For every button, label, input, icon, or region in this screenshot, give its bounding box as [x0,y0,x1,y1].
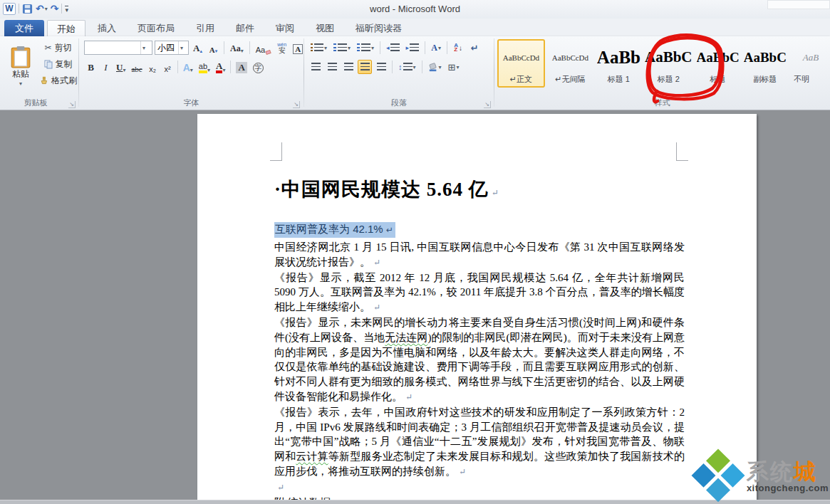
paragraph-group: ▾ ▾ ▾ ◂ ▸ A▾ AZ↓ ↵ ↕▾ ▾ ⊞▾ 段落 ↘ [304,36,494,110]
justify-button[interactable] [358,60,372,74]
italic-button[interactable]: I [99,60,113,74]
enclose-characters-button[interactable]: 字 [251,60,266,74]
font-dialog-launcher[interactable]: ↘ [293,101,300,108]
paragraph[interactable]: 中国经济网北京 1 月 15 日讯, 中国互联网信息中心今日发布《第 31 次中… [274,240,685,271]
character-border-button[interactable]: A [291,41,305,55]
paragraph[interactable]: 《报告》显示，截至 2012 年 12 月底，我国网民规模达 5.64 亿，全年… [274,271,685,315]
selected-text-line[interactable]: 互联网普及率为 42.1%↵ [274,222,685,240]
clipboard-dialog-launcher[interactable]: ↘ [68,101,76,108]
borders-dropdown-icon[interactable]: ▾ [456,64,459,70]
xitongcheng-watermark: 系统城 xitongcheng.com [694,457,829,497]
cut-icon: ✂ [44,43,51,53]
font-size-dropdown-icon[interactable]: ▾ [178,41,185,54]
paragraph-dialog-launcher[interactable]: ↘ [484,101,491,108]
phonetic-guide-button[interactable]: wén安 [275,41,289,55]
font-name-combo[interactable]: ▾ [84,41,152,55]
window-bottom-edge [0,500,830,504]
tab-review[interactable]: 审阅 [266,20,304,36]
sort-button[interactable]: AZ↓ [451,41,465,55]
style-item-normal[interactable]: AaBbCcDd ↵正文 [497,39,545,88]
align-center-button[interactable] [325,60,339,74]
paste-button[interactable]: 粘贴 ▾ [6,40,36,93]
align-right-button[interactable] [341,60,356,74]
asian-layout-button[interactable]: A▾ [429,41,443,55]
document-content[interactable]: ·中国网民规模达 5.64 亿↵ 互联网普及率为 42.1%↵ 中国经济网北京 … [274,177,685,500]
highlight-button[interactable]: ab▾ [197,60,212,74]
text-effects-button[interactable]: A▾ [181,60,195,74]
style-item-heading1[interactable]: AaBb 标题 1 [596,39,642,88]
paragraph[interactable]: 《报告》显示，未来网民的增长动力将主要来自受自身生活习惯(没时间上网)和硬件条件… [274,315,685,405]
paragraph-mark: ↵ [277,483,284,493]
grow-font-button[interactable]: A▴ [191,41,204,55]
group-divider [78,38,79,107]
tab-page-layout[interactable]: 页面布局 [128,20,184,36]
align-left-button[interactable] [308,60,323,74]
document-heading[interactable]: ·中国网民规模达 5.64 亿↵ [274,177,685,202]
style-item-no-spacing[interactable]: AaBbCcDd ↵无间隔 [546,39,594,88]
style-item-title[interactable]: AaBbC 标题 [695,39,741,88]
increase-indent-button[interactable]: ▸ [404,41,422,55]
paragraph[interactable]: 《报告》表示，去年，中国政府针对这些技术的研发和应用制定了一系列政策方针：2 月… [274,405,685,480]
style-item-subtle-emphasis[interactable]: AaB 不明 [789,39,830,88]
bullets-dropdown-icon[interactable]: ▾ [324,45,327,51]
asian-layout-dropdown-icon[interactable]: ▾ [438,45,441,51]
tab-home[interactable]: 开始 [47,20,85,36]
tab-file[interactable]: 文件 [4,20,44,36]
decrease-indent-button[interactable]: ◂ [384,41,402,55]
shrink-font-button[interactable]: A▾ [207,41,220,55]
bullets-button[interactable]: ▾ [308,41,329,55]
format-painter-button[interactable]: 格式刷 [38,73,78,88]
underline-button[interactable]: U▾ [114,60,128,74]
heading-text: ·中国网民规模达 5.64 亿 [274,179,489,200]
font-name-input[interactable] [85,42,140,53]
bold-button[interactable]: B [84,60,98,74]
underline-dropdown-icon[interactable]: ▾ [123,67,125,73]
font-size-input[interactable] [155,42,178,53]
tab-view[interactable]: 视图 [306,20,343,36]
character-shading-button[interactable]: A [234,60,249,74]
style-item-heading2[interactable]: AaBbC 标题 2 [643,39,694,88]
change-case-button[interactable]: Aa▾ [228,41,246,55]
subscript-button[interactable]: x₂ [146,60,160,74]
change-case-dropdown-icon[interactable]: ▾ [241,48,244,54]
font-size-combo[interactable]: ▾ [155,41,189,55]
copy-button[interactable]: 复制 [38,57,78,71]
cut-button[interactable]: ✂ 剪切 [38,41,78,55]
shading-button[interactable]: ▾ [426,60,444,74]
distributed-icon [377,63,386,72]
line-spacing-button[interactable]: ↕▾ [396,60,418,74]
distributed-button[interactable] [374,60,388,74]
tab-insert[interactable]: 插入 [88,20,125,36]
body-text[interactable]: 中国经济网北京 1 月 15 日讯, 中国互联网信息中心今日发布《第 31 次中… [274,240,685,500]
empty-paragraph[interactable]: ↵ [274,480,685,495]
line-spacing-dropdown-icon[interactable]: ▾ [413,64,416,70]
phonetic-bottom: 安 [279,47,286,54]
text-effects-dropdown-icon[interactable]: ▾ [190,67,193,73]
show-marks-button[interactable]: ↵ [467,41,482,55]
font-name-dropdown-icon[interactable]: ▾ [140,41,147,54]
margin-crop-mark-right [676,142,688,161]
tab-references[interactable]: 引用 [187,20,224,36]
numbering-button[interactable]: ▾ [331,41,353,55]
multilevel-dropdown-icon[interactable]: ▾ [371,45,374,51]
paragraph-mark: ↵ [459,467,466,477]
clear-formatting-button[interactable]: Aa [254,41,273,55]
bullets-icon [311,43,323,53]
shading-dropdown-icon[interactable]: ▾ [439,64,442,70]
margin-crop-mark-left [270,142,282,161]
style-item-subtitle[interactable]: AaBbC 副标题 [742,39,788,88]
multilevel-list-button[interactable]: ▾ [355,41,376,55]
justify-icon [360,63,370,72]
align-right-icon [344,63,353,72]
paste-dropdown-icon[interactable]: ▾ [19,80,22,87]
document-page[interactable]: ·中国网民规模达 5.64 亿↵ 互联网普及率为 42.1%↵ 中国经济网北京 … [197,114,757,500]
numbering-dropdown-icon[interactable]: ▾ [348,45,351,51]
tab-mailings[interactable]: 邮件 [227,20,264,36]
tab-foxit-reader[interactable]: 福昕阅读器 [346,20,411,36]
highlight-dropdown-icon[interactable]: ▾ [207,67,210,73]
font-color-button[interactable]: A▾ [214,60,227,74]
borders-button[interactable]: ⊞▾ [446,60,462,74]
strikethrough-button[interactable]: abc [129,60,144,74]
font-color-dropdown-icon[interactable]: ▾ [222,67,225,73]
superscript-button[interactable]: x² [161,60,175,74]
